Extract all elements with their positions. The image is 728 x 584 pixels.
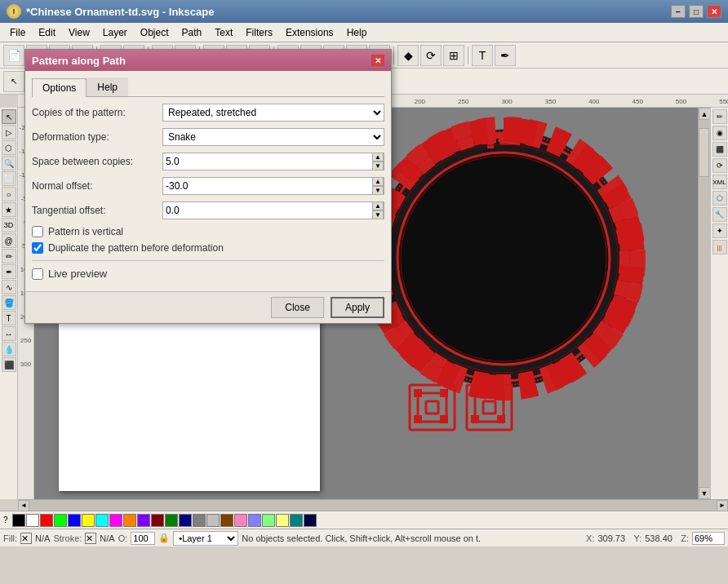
apply-button[interactable]: Apply	[331, 297, 384, 318]
fill-stroke-button[interactable]: ✏	[712, 109, 727, 124]
swatch-darkgreen[interactable]	[165, 514, 178, 527]
scroll-left-button[interactable]: ◄	[18, 500, 29, 511]
swatch-navy[interactable]	[304, 514, 317, 527]
swatch-cyan[interactable]	[95, 514, 109, 527]
3d-tool[interactable]: 3D	[2, 218, 16, 232]
tab-help[interactable]: Help	[87, 77, 128, 96]
menu-help[interactable]: Help	[340, 25, 374, 40]
scroll-thumb[interactable]	[699, 128, 709, 177]
menu-path[interactable]: Path	[175, 25, 209, 40]
menu-text[interactable]: Text	[208, 25, 239, 40]
tangential-up-button[interactable]: ▲	[372, 201, 384, 210]
swatch-lime[interactable]	[54, 514, 67, 527]
calligraphy-tool[interactable]: ∿	[2, 280, 16, 294]
connector-tool[interactable]: ↔	[2, 326, 16, 341]
opacity-input[interactable]	[131, 532, 155, 545]
swatch-silver[interactable]	[206, 514, 220, 527]
swatch-lightgreen[interactable]	[262, 514, 275, 527]
menu-edit[interactable]: Edit	[32, 25, 62, 40]
swatch-white[interactable]	[26, 514, 39, 527]
horizontal-scrollbar[interactable]: ◄ ►	[18, 499, 728, 511]
swatch-black[interactable]	[12, 514, 25, 527]
zoom-input[interactable]	[692, 532, 725, 545]
space-up-button[interactable]: ▲	[372, 153, 384, 161]
layers-button[interactable]: ⬡	[712, 191, 727, 206]
transform-tool-right[interactable]: ⟳	[712, 158, 727, 173]
ellipse-tool[interactable]: ○	[2, 187, 16, 201]
normal-down-button[interactable]: ▼	[372, 186, 384, 195]
rect-tool[interactable]: ⬜	[2, 171, 16, 186]
tangential-input[interactable]	[163, 205, 372, 216]
swatch-brown[interactable]	[220, 514, 233, 527]
maximize-button[interactable]: □	[689, 5, 704, 18]
menu-extensions[interactable]: Extensions	[279, 25, 340, 40]
swatch-pink[interactable]	[234, 514, 247, 527]
object-properties-button[interactable]: ◉	[712, 126, 727, 140]
new-button[interactable]: 📄	[3, 45, 24, 66]
normal-up-button[interactable]: ▲	[372, 177, 384, 186]
copies-select[interactable]: Single, stretched Single, no stretch Rep…	[162, 104, 384, 122]
swatch-lightblue[interactable]	[248, 514, 261, 527]
align-tool-right[interactable]: ⬛	[712, 142, 727, 157]
swatch-magenta[interactable]	[109, 514, 122, 527]
menu-file[interactable]: File	[3, 25, 32, 40]
menu-layer[interactable]: Layer	[96, 25, 134, 40]
swatch-teal[interactable]	[290, 514, 303, 527]
live-preview-checkbox[interactable]	[32, 268, 43, 280]
text-spell-button[interactable]: ✦	[712, 223, 727, 238]
select-mode-button[interactable]: ↖	[3, 71, 24, 92]
titlebar-controls[interactable]: − □ ✕	[671, 5, 721, 18]
dialog-close-button[interactable]: ✕	[371, 55, 384, 66]
close-button[interactable]: Close	[271, 297, 324, 318]
paint-bucket-right[interactable]: 🔧	[712, 207, 727, 222]
dropper-tool[interactable]: 💧	[2, 342, 16, 356]
close-window-button[interactable]: ✕	[707, 5, 721, 18]
color-palette[interactable]: ?	[0, 511, 728, 529]
transform-button[interactable]: ⟳	[420, 45, 442, 66]
gradient-tool[interactable]: ⬛	[2, 357, 16, 372]
swatch-darkred[interactable]	[151, 514, 164, 527]
select-tool[interactable]: ↖	[2, 109, 16, 124]
align-button[interactable]: ⊞	[443, 45, 464, 66]
menu-view[interactable]: View	[62, 25, 96, 40]
pencil-tool[interactable]: ✏	[2, 249, 16, 263]
tweak-tool[interactable]: ⬡	[2, 140, 16, 155]
scroll-down-button[interactable]: ▼	[699, 487, 711, 499]
zoom-tool[interactable]: 🔍	[2, 156, 16, 170]
text-tool-button[interactable]: T	[472, 45, 493, 66]
swatch-blue[interactable]	[68, 514, 81, 527]
scroll-up-button[interactable]: ▲	[699, 108, 711, 120]
star-tool[interactable]: ★	[2, 202, 16, 217]
scroll-right-button[interactable]: ►	[717, 500, 728, 511]
cursor-y-value: 538.40	[645, 533, 677, 543]
vertical-scrollbar[interactable]: ▲ ▼	[698, 108, 710, 499]
swatch-gray[interactable]	[193, 514, 206, 527]
swatch-orange[interactable]	[123, 514, 136, 527]
duplicate-checkbox[interactable]	[32, 242, 43, 254]
text-tool[interactable]: T	[2, 311, 16, 325]
swatch-darkblue[interactable]	[179, 514, 192, 527]
normal-input[interactable]	[163, 180, 372, 192]
swatch-lightyellow[interactable]	[276, 514, 289, 527]
swatch-red[interactable]	[40, 514, 53, 527]
ink-button[interactable]: ✒	[495, 45, 516, 66]
deform-select[interactable]: Snake Ribbon Perspective	[162, 128, 384, 146]
minimize-button[interactable]: −	[671, 5, 686, 18]
tangential-down-button[interactable]: ▼	[372, 210, 384, 219]
measure-tool[interactable]: |||	[712, 240, 727, 254]
layer-select[interactable]: •Layer 1	[173, 531, 238, 546]
spiral-tool[interactable]: @	[2, 233, 16, 248]
space-down-button[interactable]: ▼	[372, 161, 384, 170]
menu-object[interactable]: Object	[134, 25, 175, 40]
vertical-checkbox[interactable]	[32, 226, 43, 237]
xml-editor-button[interactable]: XML	[712, 175, 727, 189]
space-input[interactable]	[163, 156, 372, 167]
node-button[interactable]: ◆	[397, 45, 419, 66]
swatch-purple[interactable]	[137, 514, 150, 527]
tab-options[interactable]: Options	[32, 78, 87, 97]
node-tool[interactable]: ▷	[2, 125, 16, 139]
paint-tool[interactable]: 🪣	[2, 295, 16, 310]
menu-filters[interactable]: Filters	[239, 25, 279, 40]
swatch-yellow[interactable]	[82, 514, 95, 527]
pen-tool[interactable]: ✒	[2, 264, 16, 279]
